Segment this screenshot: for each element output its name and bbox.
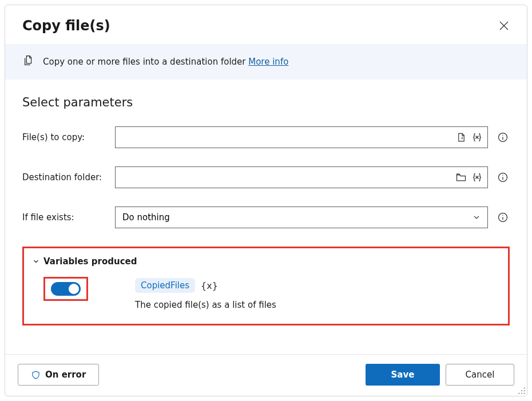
- dialog-content: Select parameters File(s) to copy:: [5, 80, 527, 354]
- dialog-title: Copy file(s): [22, 18, 110, 34]
- variable-icon: [471, 172, 483, 183]
- svg-point-6: [502, 135, 503, 136]
- svg-point-17: [524, 390, 525, 391]
- cancel-button[interactable]: Cancel: [446, 364, 514, 386]
- label-destination-folder: Destination folder:: [22, 172, 115, 182]
- label-files-to-copy: File(s) to copy:: [22, 132, 115, 142]
- variable-icon: [471, 132, 483, 143]
- section-title: Select parameters: [22, 96, 510, 109]
- svg-point-20: [524, 393, 525, 394]
- variable-picker-button[interactable]: [471, 171, 483, 184]
- info-icon: [497, 212, 509, 223]
- info-icon: [497, 132, 509, 143]
- close-icon: [499, 21, 509, 30]
- more-info-link[interactable]: More info: [248, 57, 288, 67]
- cancel-label: Cancel: [466, 370, 495, 380]
- input-wrap-files: [115, 126, 488, 148]
- files-to-copy-input[interactable]: [115, 126, 488, 148]
- on-error-label: On error: [45, 370, 86, 380]
- svg-point-14: [502, 215, 503, 216]
- input-wrap-destination: [115, 166, 488, 188]
- svg-point-16: [521, 390, 522, 391]
- variable-picker-button[interactable]: [471, 131, 483, 144]
- label-if-file-exists: If file exists:: [22, 212, 115, 223]
- dialog-footer: On error Save Cancel: [5, 354, 527, 396]
- destination-folder-input[interactable]: [115, 166, 488, 188]
- if-file-exists-select[interactable]: Do nothing: [115, 207, 488, 228]
- select-folder-button[interactable]: [455, 171, 467, 184]
- folder-picker-icon: [455, 172, 467, 183]
- enable-variable-highlight: [43, 277, 88, 301]
- select-file-button[interactable]: [455, 131, 467, 144]
- on-error-button[interactable]: On error: [18, 364, 99, 386]
- row-if-file-exists: If file exists: Do nothing: [22, 207, 510, 228]
- svg-point-15: [524, 387, 525, 388]
- variable-description: The copied file(s) as a list of files: [135, 300, 276, 310]
- svg-point-18: [518, 393, 519, 394]
- variables-produced-toggle[interactable]: Variables produced: [32, 256, 500, 267]
- chevron-down-icon: [32, 257, 40, 265]
- svg-point-19: [521, 393, 522, 394]
- info-if-file-exists[interactable]: [496, 211, 510, 224]
- banner-text: Copy one or more files into a destinatio…: [43, 57, 288, 67]
- close-button[interactable]: [496, 18, 512, 34]
- row-destination-folder: Destination folder:: [22, 166, 510, 188]
- toggle-knob: [69, 284, 79, 294]
- save-label: Save: [391, 370, 415, 380]
- if-file-exists-value: Do nothing: [122, 212, 170, 223]
- variables-heading-text: Variables produced: [43, 256, 137, 267]
- shield-icon: [31, 370, 41, 380]
- copy-files-icon: [22, 54, 35, 69]
- svg-point-11: [502, 175, 503, 176]
- variable-details: CopiedFiles {x} The copied file(s) as a …: [135, 277, 276, 310]
- variable-name-chip[interactable]: CopiedFiles: [135, 278, 195, 293]
- enable-variable-toggle[interactable]: [51, 282, 81, 296]
- variables-produced-section: Variables produced CopiedFiles {x} The c…: [22, 247, 510, 325]
- select-wrap-ifexists: Do nothing: [115, 207, 488, 228]
- resize-grip-icon[interactable]: [518, 387, 526, 395]
- variable-token: {x}: [201, 280, 218, 291]
- info-files-to-copy[interactable]: [496, 130, 510, 144]
- info-icon: [497, 172, 509, 183]
- info-destination-folder[interactable]: [496, 170, 510, 184]
- copy-files-dialog: Copy file(s) Copy one or more files into…: [5, 5, 527, 396]
- info-banner: Copy one or more files into a destinatio…: [5, 44, 527, 80]
- file-picker-icon: [456, 132, 467, 143]
- chevron-down-icon: [472, 213, 481, 222]
- dialog-header: Copy file(s): [5, 5, 527, 44]
- variables-body: CopiedFiles {x} The copied file(s) as a …: [32, 277, 500, 310]
- save-button[interactable]: Save: [366, 364, 440, 386]
- row-files-to-copy: File(s) to copy:: [22, 126, 510, 148]
